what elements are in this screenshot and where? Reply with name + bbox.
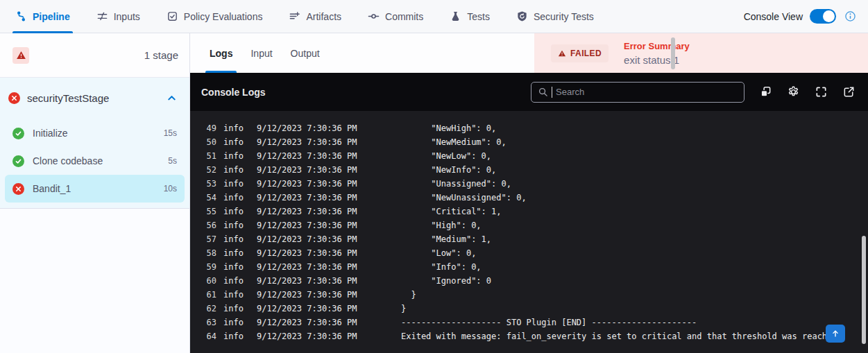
nav-tab-commits[interactable]: Commits [368,0,423,33]
stage-row[interactable]: securityTestStage [0,78,189,118]
log-message: "Info": 0, [401,260,482,274]
console-view-control: Console View [744,9,857,24]
nav-tab-label: Pipeline [33,11,70,22]
log-timestamp: 9/12/2023 7:30:36 PM [257,288,359,302]
tab-logs[interactable]: Logs [210,33,232,73]
log-level: info [223,205,248,218]
log-message: "Critical": 1, [401,205,502,218]
log-line: 52 info 9/12/2023 7:30:36 PM "NewInfo": … [201,163,868,177]
step-row-bandit-1[interactable]: Bandit_1 10s [5,175,185,203]
nav-tab-pipeline[interactable]: Pipeline [15,0,70,33]
log-timestamp: 9/12/2023 7:30:36 PM [257,121,359,135]
log-line: 57 info 9/12/2023 7:30:36 PM "Medium": 1… [201,232,868,246]
nav-tab-security-tests[interactable]: Security Tests [516,0,594,33]
detail-tabs: LogsInputOutput [190,33,534,73]
step-failed-icon [12,183,24,195]
nav-tab-label: Policy Evaluations [184,11,263,22]
step-name: Clone codebase [33,155,160,166]
log-timestamp: 9/12/2023 7:30:36 PM [257,135,359,149]
log-line-number: 56 [201,218,216,232]
log-line-number: 49 [201,121,216,135]
log-level: info [223,329,248,343]
console-toolbar [758,85,856,99]
error-summary-text: Error Summary exit status 1 [624,41,690,66]
log-line: 60 info 9/12/2023 7:30:36 PM "Ignored": … [201,274,868,288]
log-line: 55 info 9/12/2023 7:30:36 PM "Critical":… [201,205,868,218]
log-message: "NewInfo": 0, [401,163,496,177]
error-summary-detail: exit status 1 [624,54,690,66]
log-timestamp: 9/12/2023 7:30:36 PM [257,274,359,288]
step-row-clone-codebase[interactable]: Clone codebase 5s [5,147,185,175]
step-row-initialize[interactable]: Initialize 15s [5,119,185,147]
log-level: info [223,288,248,302]
log-timestamp: 9/12/2023 7:30:36 PM [257,163,359,177]
log-scrollbar-thumb[interactable] [862,236,866,344]
log-line-number: 60 [201,274,216,288]
log-level: info [223,121,248,135]
tab-output[interactable]: Output [291,33,320,73]
log-message: } [401,288,416,302]
error-area-scrollbar[interactable] [671,37,675,69]
log-line-number: 63 [201,316,216,329]
fullscreen-icon[interactable] [814,85,828,99]
pipeline-icon [15,10,27,22]
stage-section: securityTestStage Initialize 15s Clone c… [0,77,189,209]
log-line-number: 59 [201,260,216,274]
nav-tab-policy-evaluations[interactable]: Policy Evaluations [167,0,263,33]
log-timestamp: 9/12/2023 7:30:36 PM [257,218,359,232]
console-logs-header: Console Logs [190,73,868,111]
log-level: info [223,149,248,163]
log-message: "High": 0, [401,218,482,232]
nav-tab-artifacts[interactable]: Artifacts [289,0,341,33]
log-message: "Unassigned": 0, [401,177,511,191]
step-success-icon [12,128,24,139]
log-message: "NewHigh": 0, [401,121,496,135]
log-message: } [401,302,406,316]
status-badge: FAILED [551,44,609,62]
log-search-box[interactable] [531,82,744,103]
copy-logs-icon[interactable] [758,85,772,99]
log-timestamp: 9/12/2023 7:30:36 PM [257,205,359,218]
policy-evaluations-icon [167,10,178,22]
stage-failed-icon [8,92,20,104]
main-panel: LogsInputOutput FAILED Error Summary exi… [190,33,868,353]
log-timestamp: 9/12/2023 7:30:36 PM [257,329,359,343]
nav-tab-inputs[interactable]: Inputs [96,0,140,33]
artifacts-icon [289,10,300,22]
log-line-number: 55 [201,205,216,218]
log-level: info [223,274,248,288]
error-summary-title: Error Summary [624,41,690,51]
log-line: 61 info 9/12/2023 7:30:36 PM } [201,288,868,302]
log-settings-gear-icon[interactable] [786,85,800,99]
log-message: Exited with message: fail_on_severity is… [401,329,837,343]
log-level: info [223,232,248,246]
log-message: "Low": 0, [401,246,476,260]
info-icon[interactable] [843,10,857,24]
log-line-number: 54 [201,191,216,205]
log-timestamp: 9/12/2023 7:30:36 PM [257,177,359,191]
log-line-number: 62 [201,302,216,316]
stage-name: securityTestStage [27,92,158,104]
log-line: 53 info 9/12/2023 7:30:36 PM "Unassigned… [201,177,868,191]
log-level: info [223,246,248,260]
sidebar-empty-area [0,209,189,353]
log-line: 62 info 9/12/2023 7:30:36 PM } [201,302,868,316]
nav-tab-label: Security Tests [534,11,594,22]
tab-input[interactable]: Input [250,33,272,73]
search-icon [538,87,548,97]
toggle-knob [823,10,835,22]
nav-tab-tests[interactable]: Tests [450,0,490,33]
log-level: info [223,135,248,149]
console-view-toggle[interactable] [810,9,836,24]
console-log-output: 49 info 9/12/2023 7:30:36 PM "NewHigh": … [190,111,868,353]
open-external-icon[interactable] [842,85,856,99]
scroll-to-top-button[interactable] [826,325,845,343]
log-level: info [223,260,248,274]
log-timestamp: 9/12/2023 7:30:36 PM [257,232,359,246]
step-name: Bandit_1 [33,183,155,194]
log-line-number: 53 [201,177,216,191]
chevron-up-icon[interactable] [164,91,178,105]
log-line-number: 61 [201,288,216,302]
log-level: info [223,163,248,177]
log-search-input[interactable] [556,87,738,97]
